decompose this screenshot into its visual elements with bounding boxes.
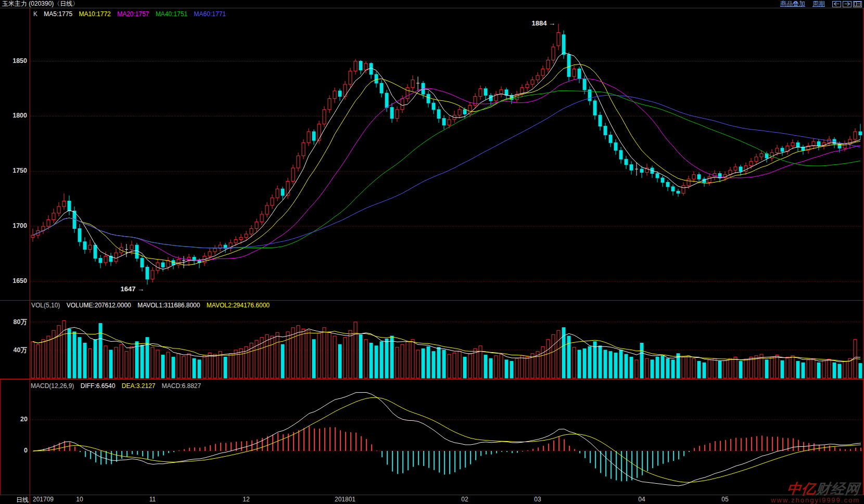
y-tick-label: 1850 bbox=[1, 57, 27, 64]
ma60-line bbox=[33, 95, 860, 248]
y-tick-label: 1700 bbox=[1, 222, 27, 229]
split-window-icon bbox=[854, 2, 861, 6]
y-axis-line bbox=[30, 8, 30, 504]
legend-vol: VOL(5,10) bbox=[31, 302, 60, 309]
title-bar: 玉米主力 (020390)〈日线〉 商品叠加 周期 bbox=[0, 0, 864, 8]
price-annotation: 1647 → bbox=[103, 285, 144, 293]
legend-macd-params: MACD(12,26,9) bbox=[31, 382, 74, 390]
link-period[interactable]: 周期 bbox=[812, 0, 825, 8]
x-tick-label: 12 bbox=[228, 496, 264, 503]
x-tick-label: 02 bbox=[447, 496, 483, 503]
volume-panel[interactable]: VOL(5,10) VOLUME:207612.0000 MAVOL1:3116… bbox=[0, 301, 864, 379]
volume-svg bbox=[0, 301, 864, 379]
chart-title: 玉米主力 (020390)〈日线〉 bbox=[2, 0, 79, 8]
watermark-brand: 中亿财经网 bbox=[770, 482, 861, 496]
watermark-url: www.zhongyi9999.com bbox=[771, 497, 860, 503]
split-window-button[interactable] bbox=[853, 1, 862, 7]
volume-legend: VOL(5,10) VOLUME:207612.0000 MAVOL1:3116… bbox=[31, 302, 274, 309]
diff-line bbox=[33, 393, 861, 486]
toolbar-icons bbox=[832, 1, 862, 7]
ma60-line bbox=[33, 95, 860, 248]
volume-tick-label: 80万 bbox=[1, 318, 27, 327]
legend-ma60: MA60:1771 bbox=[194, 10, 226, 18]
legend-volume: VOLUME:207612.0000 bbox=[67, 302, 131, 309]
watermark: 中亿财经网 www.zhongyi9999.com bbox=[771, 482, 860, 503]
gridlines bbox=[31, 420, 863, 451]
legend-dea: DEA:3.2127 bbox=[122, 382, 156, 390]
kline-svg bbox=[0, 8, 864, 300]
macd-tick-label: 0 bbox=[2, 447, 28, 454]
macd-panel[interactable]: MACD(12,26,9) DIFF:6.6540 DEA:3.2127 MAC… bbox=[0, 379, 864, 495]
y-tick-label: 1800 bbox=[1, 112, 27, 119]
ma10-line bbox=[33, 64, 860, 265]
legend-macd-value: MACD:6.8827 bbox=[162, 382, 201, 390]
diff-line bbox=[33, 393, 861, 486]
y-tick-label: 1750 bbox=[1, 167, 27, 174]
ma5-line bbox=[33, 53, 860, 269]
legend-ma5: MA5:1775 bbox=[44, 10, 72, 18]
link-overlay[interactable]: 商品叠加 bbox=[780, 0, 805, 8]
macd-tick-label: 20 bbox=[2, 416, 28, 423]
time-axis[interactable]: 日线 20170910111220180102030405 bbox=[0, 495, 864, 504]
macd-legend: MACD(12,26,9) DIFF:6.6540 DEA:3.2127 MAC… bbox=[31, 382, 206, 390]
legend-ma20: MA20:1757 bbox=[117, 10, 149, 18]
scroll-left-button[interactable] bbox=[832, 1, 841, 7]
legend-ma40: MA40:1751 bbox=[156, 10, 187, 18]
kline-legend: K MA5:1775 MA10:1772 MA20:1757 MA40:1751… bbox=[33, 10, 231, 18]
kline-panel[interactable]: K MA5:1775 MA10:1772 MA20:1757 MA40:1751… bbox=[0, 8, 864, 301]
legend-k: K bbox=[33, 10, 37, 18]
y-tick-label: 1650 bbox=[1, 277, 27, 285]
x-tick-label: 04 bbox=[624, 496, 660, 503]
volume-tick-label: 40万 bbox=[1, 346, 27, 355]
legend-ma10: MA10:1772 bbox=[79, 10, 110, 18]
x-tick-label: 10 bbox=[61, 496, 98, 503]
gridlines bbox=[30, 61, 862, 281]
x-tick-label: 11 bbox=[134, 496, 171, 503]
x-tick-label: 05 bbox=[707, 496, 743, 503]
candles bbox=[31, 24, 862, 285]
right-border-line bbox=[863, 8, 863, 495]
x-tick-label: 201801 bbox=[327, 496, 363, 503]
arrow-right-icon bbox=[844, 2, 850, 6]
scroll-right-button[interactable] bbox=[843, 1, 852, 7]
x-tick-label: 03 bbox=[519, 496, 556, 503]
macd-histogram bbox=[33, 426, 861, 481]
ma5-line bbox=[33, 53, 860, 269]
price-annotation: 1884 → bbox=[514, 19, 555, 27]
macd-svg bbox=[1, 380, 863, 495]
legend-diff: DIFF:6.6540 bbox=[81, 382, 116, 390]
legend-mavol1: MAVOL1:311686.8000 bbox=[137, 302, 200, 309]
x-tick-label: 201709 bbox=[25, 496, 61, 503]
legend-mavol2: MAVOL2:294176.6000 bbox=[207, 302, 270, 309]
ma10-line bbox=[33, 64, 860, 265]
arrow-left-icon bbox=[833, 2, 840, 6]
